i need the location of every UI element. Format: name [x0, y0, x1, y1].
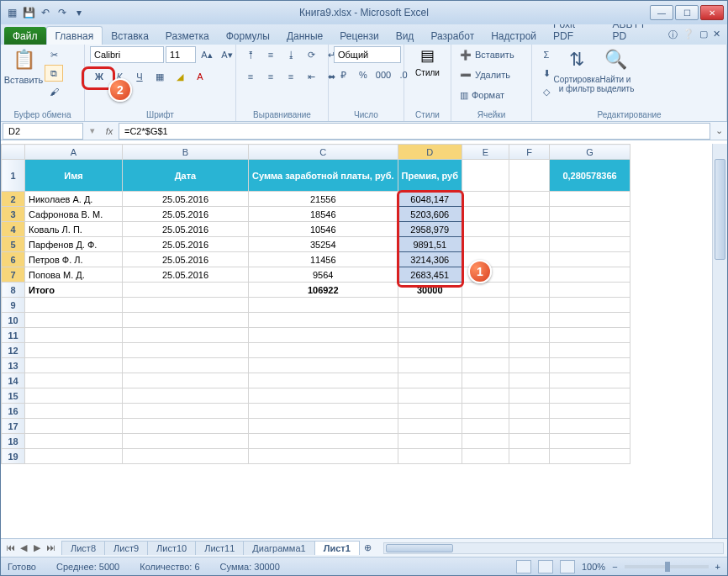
align-bottom-icon[interactable]: ⭳ — [282, 46, 300, 63]
cell[interactable] — [550, 404, 630, 419]
cell[interactable] — [123, 419, 249, 434]
column-header[interactable]: B — [123, 145, 249, 160]
column-header[interactable]: D — [398, 145, 462, 160]
cell[interactable] — [550, 237, 630, 252]
row-header[interactable]: 12 — [2, 343, 25, 358]
cell[interactable] — [25, 404, 123, 419]
cell[interactable] — [509, 192, 550, 207]
cell[interactable]: 18546 — [249, 207, 398, 222]
cell[interactable] — [550, 388, 630, 404]
row-header[interactable]: 15 — [2, 388, 25, 404]
cell[interactable] — [249, 343, 398, 358]
cell[interactable] — [462, 449, 509, 464]
cell[interactable]: 25.05.2016 — [123, 207, 249, 222]
restore-window-icon[interactable]: ▢ — [699, 29, 708, 41]
cell[interactable] — [462, 343, 509, 358]
cell[interactable] — [509, 283, 550, 298]
next-sheet-icon[interactable]: ▶ — [31, 542, 43, 553]
row-header[interactable]: 17 — [2, 419, 25, 434]
cell[interactable] — [398, 434, 462, 449]
expand-formula-bar-icon[interactable]: ⌄ — [710, 125, 727, 136]
zoom-level[interactable]: 100% — [582, 562, 605, 572]
cell[interactable] — [249, 449, 398, 464]
align-left-icon[interactable]: ≡ — [241, 68, 260, 85]
cell[interactable]: Коваль Л. П. — [25, 222, 123, 237]
align-right-icon[interactable]: ≡ — [282, 68, 300, 85]
cell[interactable] — [550, 434, 630, 449]
currency-icon[interactable]: ₽ — [334, 66, 352, 83]
cell[interactable] — [550, 449, 630, 464]
cell[interactable]: 25.05.2016 — [123, 252, 249, 267]
cell[interactable] — [462, 160, 509, 192]
column-header[interactable]: A — [25, 145, 123, 160]
cell[interactable] — [123, 343, 249, 358]
cell[interactable] — [509, 313, 550, 328]
sheet-tab[interactable]: Лист10 — [147, 541, 196, 555]
paste-button[interactable]: 📋 Вставить — [6, 46, 41, 85]
tab-view[interactable]: Вид — [388, 27, 423, 45]
align-center-icon[interactable]: ≡ — [261, 68, 280, 85]
font-color-button[interactable]: A — [191, 68, 209, 85]
cell[interactable] — [123, 298, 249, 313]
align-top-icon[interactable]: ⭱ — [241, 46, 260, 63]
find-select-button[interactable]: 🔍 Найти и выделить — [598, 46, 633, 93]
cell[interactable] — [25, 388, 123, 404]
cell[interactable] — [462, 298, 509, 313]
cell[interactable] — [249, 298, 398, 313]
cell[interactable] — [123, 449, 249, 464]
cell[interactable] — [509, 449, 550, 464]
vertical-scrollbar[interactable] — [712, 144, 727, 538]
autosum-icon[interactable]: Σ — [537, 46, 556, 63]
cell[interactable] — [509, 328, 550, 343]
cell[interactable]: 10546 — [249, 222, 398, 237]
zoom-out-icon[interactable]: − — [612, 562, 617, 572]
cell[interactable] — [249, 328, 398, 343]
cell[interactable] — [25, 373, 123, 388]
tab-review[interactable]: Рецензи — [331, 27, 387, 45]
row-header[interactable]: 13 — [2, 358, 25, 373]
sheet-tab[interactable]: Лист8 — [61, 541, 105, 555]
cell[interactable] — [25, 328, 123, 343]
cell[interactable]: 11456 — [249, 252, 398, 267]
cell[interactable] — [509, 207, 550, 222]
cell[interactable]: Николаев А. Д. — [25, 192, 123, 207]
cell[interactable] — [123, 388, 249, 404]
row-header[interactable]: 6 — [2, 252, 25, 267]
cell[interactable] — [509, 237, 550, 252]
cell[interactable] — [509, 419, 550, 434]
page-layout-view-button[interactable] — [538, 560, 553, 573]
cell[interactable] — [25, 449, 123, 464]
fill-color-button[interactable]: ◢ — [171, 68, 189, 85]
cancel-formula-icon[interactable]: ▾ — [85, 125, 100, 136]
row-header[interactable]: 11 — [2, 328, 25, 343]
cell[interactable] — [550, 207, 630, 222]
horizontal-scrollbar[interactable] — [383, 542, 724, 554]
sort-filter-button[interactable]: ⇅ Сортировка и фильтр — [559, 46, 594, 93]
sheet-tab[interactable]: Диаграмма1 — [243, 541, 314, 555]
qat-dropdown-icon[interactable]: ▾ — [71, 5, 87, 20]
minimize-button[interactable]: — — [650, 5, 673, 20]
cell[interactable] — [462, 328, 509, 343]
cell[interactable] — [462, 358, 509, 373]
decrease-indent-icon[interactable]: ⇤ — [302, 68, 320, 85]
row-header[interactable]: 8 — [2, 283, 25, 298]
horizontal-scrollbar-thumb[interactable] — [386, 544, 453, 552]
cell[interactable]: Парфенов Д. Ф. — [25, 237, 123, 252]
minimize-ribbon-icon[interactable]: ⓘ — [668, 29, 678, 41]
cell-selected[interactable]: 6048,147 — [398, 192, 462, 207]
sheet-tab-active[interactable]: Лист1 — [314, 541, 360, 555]
cell[interactable] — [462, 434, 509, 449]
cell[interactable] — [249, 404, 398, 419]
formula-input[interactable]: =C2*$G$1 — [119, 123, 710, 140]
cell[interactable]: Итого — [25, 283, 123, 298]
bold-button[interactable]: Ж — [90, 68, 108, 85]
cell[interactable] — [550, 252, 630, 267]
cell[interactable]: 21556 — [249, 192, 398, 207]
normal-view-button[interactable] — [516, 560, 531, 573]
cell[interactable] — [25, 343, 123, 358]
redo-icon[interactable]: ↷ — [55, 5, 70, 20]
cell[interactable] — [123, 283, 249, 298]
new-sheet-icon[interactable]: ⊕ — [359, 542, 377, 553]
zoom-in-icon[interactable]: + — [715, 562, 720, 572]
tab-addins[interactable]: Надстрой — [483, 27, 545, 45]
